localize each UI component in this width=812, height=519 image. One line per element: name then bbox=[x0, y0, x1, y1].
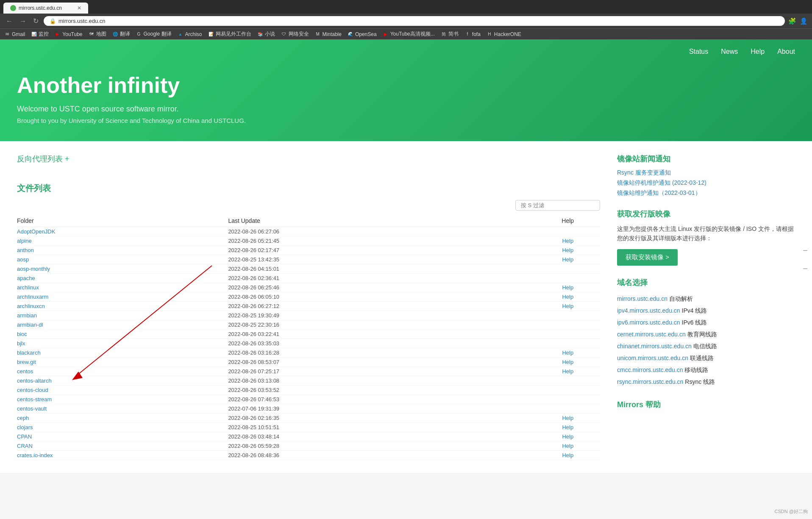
bookmark-youtube[interactable]: ▶ YouTube bbox=[55, 31, 82, 37]
folder-link[interactable]: CRAN bbox=[17, 443, 33, 449]
help-link[interactable]: Help bbox=[562, 247, 573, 253]
help-link[interactable]: Help bbox=[562, 294, 573, 300]
news-item[interactable]: 镜像站停机维护通知 (2022-03-12) bbox=[617, 179, 795, 187]
bookmark-wangyi[interactable]: 📝 网易见外工作台 bbox=[208, 31, 251, 38]
bookmark-jianshu[interactable]: 简 简书 bbox=[441, 31, 459, 38]
last-update-cell: 2022-08-26 03:53:52 bbox=[220, 386, 535, 395]
news-item[interactable]: Rsync 服务变更通知 bbox=[617, 169, 795, 177]
help-link[interactable]: Help bbox=[562, 238, 573, 244]
bookmark-google-translate[interactable]: G Google 翻译 bbox=[136, 31, 172, 38]
tab-favicon bbox=[10, 5, 16, 11]
folder-link[interactable]: centos-cloud bbox=[17, 387, 48, 393]
get-mirror-button[interactable]: 获取安装镜像 > bbox=[617, 249, 678, 266]
folder-link[interactable]: crates.io-index bbox=[17, 452, 53, 458]
news-item[interactable]: 镜像站维护通知（2022-03-01） bbox=[617, 189, 795, 197]
file-list-title: 文件列表 bbox=[17, 183, 600, 194]
nav-status[interactable]: Status bbox=[689, 48, 708, 56]
domain-tag: Rsync 线路 bbox=[685, 378, 715, 385]
folder-link[interactable]: anthon bbox=[17, 247, 34, 253]
bookmark-youtube-hd[interactable]: ▶ YouTube高清视频... bbox=[383, 31, 435, 38]
forward-button[interactable]: → bbox=[18, 17, 28, 26]
folder-link[interactable]: apache bbox=[17, 275, 35, 281]
folder-link[interactable]: ceph bbox=[17, 415, 29, 421]
folder-link[interactable]: centos-vault bbox=[17, 405, 47, 412]
folder-link[interactable]: centos-stream bbox=[17, 396, 52, 402]
domain-name: ipv6.mirrors.ustc.edu.cn bbox=[617, 319, 682, 326]
last-update-cell: 2022-08-26 06:05:10 bbox=[220, 292, 535, 302]
folder-link[interactable]: armbian-dl bbox=[17, 322, 43, 328]
folder-link[interactable]: clojars bbox=[17, 424, 33, 430]
bookmark-opensea[interactable]: 🌊 OpenSea bbox=[348, 31, 377, 37]
help-link[interactable]: Help bbox=[562, 443, 573, 449]
folder-link[interactable]: archlinuxarm bbox=[17, 294, 48, 300]
bookmark-novel[interactable]: 📚 小说 bbox=[257, 31, 275, 38]
translate1-icon: 🌐 bbox=[112, 31, 118, 37]
col-help: Help bbox=[536, 215, 601, 227]
folder-link[interactable]: centos-altarch bbox=[17, 377, 52, 384]
active-tab[interactable]: mirrors.ustc.edu.cn ✕ bbox=[3, 3, 88, 14]
address-bar[interactable]: 🔒 mirrors.ustc.edu.cn bbox=[44, 16, 785, 26]
profile-icon[interactable]: 👤 bbox=[800, 17, 808, 25]
help-link[interactable]: Help bbox=[562, 350, 573, 356]
folder-link[interactable]: bioc bbox=[17, 331, 27, 337]
hackerone-icon: H bbox=[487, 31, 492, 37]
help-link[interactable]: Help bbox=[562, 433, 573, 440]
nav-news[interactable]: News bbox=[721, 48, 738, 56]
folder-link[interactable]: aosp-monthly bbox=[17, 266, 50, 272]
folder-link[interactable]: bjlx bbox=[17, 340, 25, 347]
folder-link[interactable]: brew.git bbox=[17, 359, 36, 365]
bookmark-translate1[interactable]: 🌐 翻译 bbox=[112, 31, 130, 38]
bookmark-fofa[interactable]: f fofa bbox=[464, 31, 481, 37]
bookmark-archiso[interactable]: ▲ Archiso bbox=[178, 31, 202, 37]
lock-icon: 🔒 bbox=[50, 18, 56, 24]
proxy-list-link[interactable]: 反向代理列表 + bbox=[17, 154, 70, 164]
tab-close-btn[interactable]: ✕ bbox=[77, 5, 81, 11]
domain-item: cmcc.mirrors.ustc.edu.cn 移动线路 bbox=[617, 364, 795, 376]
folder-link[interactable]: aosp bbox=[17, 256, 29, 263]
help-cell: Help bbox=[536, 432, 601, 441]
folder-link[interactable]: alpine bbox=[17, 238, 32, 244]
last-update-cell: 2022-08-26 06:27:06 bbox=[220, 227, 535, 236]
filter-input[interactable] bbox=[515, 200, 600, 211]
filter-bar bbox=[17, 200, 600, 211]
bookmark-map[interactable]: 🗺 地图 bbox=[89, 31, 106, 38]
back-button[interactable]: ← bbox=[4, 17, 14, 26]
folder-link[interactable]: archlinuxcn bbox=[17, 303, 45, 309]
bookmark-security[interactable]: 🛡 网络安全 bbox=[281, 31, 309, 38]
news-section: 镜像站新闻通知 Rsync 服务变更通知镜像站停机维护通知 (2022-03-1… bbox=[617, 154, 795, 197]
table-row: archlinuxcn2022-08-26 06:27:12Help bbox=[17, 302, 600, 311]
distro-text: 这里为您提供各大主流 Linux 发行版的安装镜像 / ISO 文件，请根据您的… bbox=[617, 224, 795, 243]
bookmark-monitor[interactable]: 📊 监控 bbox=[31, 31, 49, 38]
folder-link[interactable]: archlinux bbox=[17, 284, 39, 291]
folder-link[interactable]: armbian bbox=[17, 312, 37, 319]
nav-help[interactable]: Help bbox=[751, 48, 765, 56]
help-link[interactable]: Help bbox=[562, 303, 573, 309]
help-link[interactable]: Help bbox=[562, 424, 573, 430]
last-update-cell: 2022-08-26 07:25:17 bbox=[220, 367, 535, 376]
security-icon: 🛡 bbox=[281, 31, 287, 37]
folder-link[interactable]: centos bbox=[17, 368, 33, 375]
help-link[interactable]: Help bbox=[562, 415, 573, 421]
help-link[interactable]: Help bbox=[562, 368, 573, 375]
domain-tag: 联通线路 bbox=[690, 355, 714, 361]
folder-link[interactable]: CPAN bbox=[17, 433, 32, 440]
reload-button[interactable]: ↻ bbox=[31, 16, 40, 26]
last-update-cell: 2022-08-26 03:13:08 bbox=[220, 376, 535, 386]
help-link[interactable]: Help bbox=[562, 256, 573, 263]
last-update-cell: 2022-08-26 02:17:47 bbox=[220, 246, 535, 255]
bookmark-gmail[interactable]: ✉ Gmail bbox=[4, 31, 25, 37]
nav-about[interactable]: About bbox=[777, 48, 795, 56]
bookmark-mintable[interactable]: M Mintable bbox=[315, 31, 342, 37]
table-row: aosp2022-08-25 13:42:35Help bbox=[17, 255, 600, 264]
bookmark-hackerone[interactable]: H HackerONE bbox=[487, 31, 521, 37]
folder-link[interactable]: blackarch bbox=[17, 350, 41, 356]
help-link[interactable]: Help bbox=[562, 359, 573, 365]
folder-link[interactable]: AdoptOpenJDK bbox=[17, 228, 55, 235]
help-cell bbox=[536, 264, 601, 274]
help-cell bbox=[536, 376, 601, 386]
extensions-icon[interactable]: 🧩 bbox=[788, 17, 796, 25]
hero-subtitle: Welcome to USTC open source software mir… bbox=[17, 105, 795, 114]
help-link[interactable]: Help bbox=[562, 284, 573, 291]
fofa-icon: f bbox=[464, 31, 470, 37]
help-link[interactable]: Help bbox=[562, 452, 573, 458]
